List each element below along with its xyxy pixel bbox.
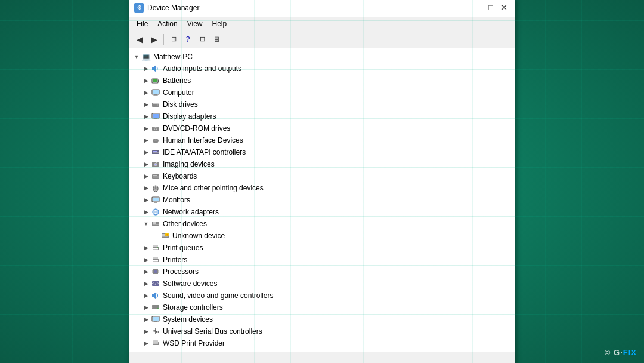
update-button[interactable]: ⊟ [196, 33, 209, 46]
maximize-button[interactable]: □ [485, 2, 497, 14]
expand-icon: ▶ [141, 291, 151, 300]
svg-rect-89 [153, 344, 158, 345]
svg-rect-48 [153, 222, 156, 224]
item-label: Other devices [163, 220, 207, 228]
list-item[interactable]: ▶ Printers [129, 254, 515, 266]
list-item[interactable]: ▶ Mice and other pointing devices [129, 182, 515, 194]
imaging-icon [151, 159, 160, 169]
list-item[interactable]: ▼ Other devices [129, 218, 515, 230]
expand-icon: ▶ [141, 112, 151, 121]
item-label: Mice and other pointing devices [163, 184, 264, 192]
svg-rect-6 [153, 90, 159, 94]
item-label: IDE ATA/ATAPI controllers [163, 148, 246, 156]
svg-rect-34 [154, 175, 156, 176]
dvd-icon [151, 124, 160, 133]
list-item[interactable]: ▶ Human Interface Devices [129, 134, 515, 146]
close-button[interactable]: ✕ [498, 2, 510, 14]
list-item[interactable]: ▶ Computer [129, 87, 515, 99]
audio-icon [151, 64, 160, 73]
expand-icon: ▶ [141, 183, 151, 193]
computer-icon [151, 88, 160, 97]
list-item[interactable]: ▶ Print queues [129, 242, 515, 254]
item-label: Storage controllers [163, 303, 223, 312]
svg-rect-4 [153, 79, 157, 82]
title-bar: ⚙ Device Manager — □ ✕ [129, 0, 515, 17]
system-icon [151, 315, 160, 324]
list-item[interactable]: ▶ </> Software devices [129, 278, 515, 290]
svg-rect-14 [154, 118, 157, 119]
expand-icon [151, 231, 160, 241]
svg-point-58 [157, 247, 158, 248]
list-item[interactable]: ▶ Universal Serial Bus controllers [129, 325, 515, 337]
list-item[interactable]: ▶ System devices [129, 313, 515, 325]
help-button[interactable]: ? [181, 33, 194, 46]
svg-rect-24 [153, 151, 154, 152]
back-button[interactable]: ◀ [133, 33, 146, 46]
item-label: Printers [163, 256, 187, 264]
svg-rect-27 [153, 152, 159, 153]
svg-rect-26 [156, 151, 157, 152]
root-expand-icon: ▼ [132, 52, 141, 61]
network-icon [151, 207, 160, 217]
svg-rect-8 [153, 96, 158, 96]
batteries-icon [151, 76, 160, 85]
svg-rect-61 [153, 260, 158, 262]
svg-rect-80 [153, 317, 159, 321]
title-left: ⚙ Device Manager [134, 3, 199, 13]
svg-rect-49 [153, 224, 159, 225]
storage-icon [151, 303, 160, 312]
svg-rect-51 [162, 234, 165, 236]
list-item[interactable]: ▶ Monitors [129, 194, 515, 206]
menu-action[interactable]: Action [153, 19, 182, 29]
forward-button[interactable]: ▶ [147, 33, 160, 46]
device-tree[interactable]: ▼ 💻 Matthew-PC ▶ Audio inputs and output… [129, 48, 515, 352]
list-item[interactable]: ▶ Processors [129, 266, 515, 278]
svg-rect-60 [153, 257, 158, 259]
properties-button[interactable]: ⊞ [167, 33, 180, 46]
svg-rect-15 [154, 119, 157, 119]
svg-rect-42 [154, 202, 157, 202]
list-item[interactable]: ! Unknown device [129, 230, 515, 242]
item-label: Computer [163, 88, 194, 97]
list-item[interactable]: ▶ IDE ATA/ATAPI controllers [129, 146, 515, 158]
list-item[interactable]: ▶ Audio inputs and outputs [129, 63, 515, 75]
svg-rect-56 [153, 245, 158, 247]
item-label: Network adapters [163, 208, 219, 216]
item-label: Processors [163, 267, 199, 276]
processors-icon [151, 267, 160, 276]
menu-file[interactable]: File [132, 19, 153, 29]
list-item[interactable]: ▶ Sound, video and game controllers [129, 290, 515, 302]
expand-icon: ▶ [141, 243, 151, 253]
software-icon: </> [151, 279, 160, 288]
list-item[interactable]: ▶ Disk drives [129, 99, 515, 110]
svg-marker-74 [154, 292, 156, 299]
svg-rect-81 [154, 321, 157, 322]
menu-view[interactable]: View [182, 19, 208, 29]
minimize-button[interactable]: — [472, 2, 484, 14]
list-item[interactable]: ▶ Keyboards [129, 170, 515, 182]
list-item[interactable]: ▶ DVD/CD-ROM drives [129, 122, 515, 134]
list-item[interactable]: ▶ Network adapters [129, 206, 515, 218]
item-label: Universal Serial Bus controllers [163, 327, 262, 336]
svg-rect-57 [153, 248, 158, 250]
menu-help[interactable]: Help [208, 19, 232, 29]
svg-rect-35 [156, 175, 157, 176]
scan-button[interactable]: 🖥 [210, 33, 223, 46]
printers-icon [151, 255, 160, 264]
item-label: Human Interface Devices [163, 136, 243, 144]
svg-rect-0 [152, 67, 154, 70]
hid-icon [151, 136, 160, 145]
list-item[interactable]: ▶ Batteries [129, 75, 515, 87]
display-icon [151, 112, 160, 121]
expand-icon: ▶ [141, 136, 151, 145]
list-item[interactable]: ▶ Imaging devices [129, 158, 515, 170]
svg-rect-36 [153, 177, 159, 178]
item-label: Sound, video and game controllers [163, 291, 273, 300]
tree-root[interactable]: ▼ 💻 Matthew-PC [129, 51, 515, 63]
list-item[interactable]: ▶ Storage controllers [129, 302, 515, 313]
list-item[interactable]: ▶ Display adapters [129, 110, 515, 122]
list-item[interactable]: ▶ WSD Print Provider [129, 337, 515, 349]
expand-icon: ▶ [141, 159, 151, 169]
svg-rect-73 [152, 294, 154, 297]
expand-icon: ▶ [141, 171, 151, 181]
